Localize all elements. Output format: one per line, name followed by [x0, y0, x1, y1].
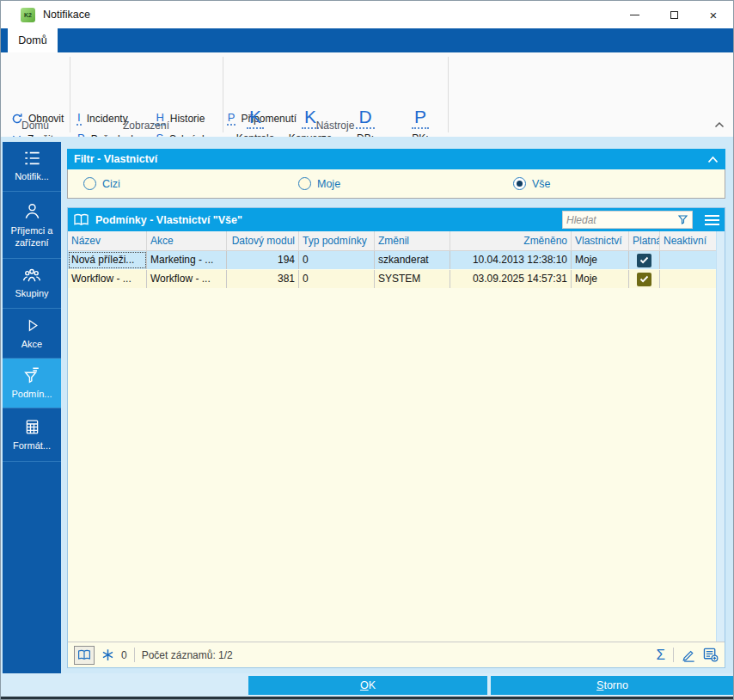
- sidebar-item-label: Akce: [20, 339, 44, 351]
- sidebar-item-label: Příjemci a zařízení: [3, 225, 61, 249]
- tab-home[interactable]: Domů: [8, 28, 58, 52]
- ribbon-group-labels: Domů Zobrazení Nástroje: [1, 120, 733, 135]
- column-header-zmenil[interactable]: Změnil: [375, 231, 450, 250]
- snowflake-filter-icon[interactable]: [101, 648, 114, 661]
- search-input[interactable]: [563, 214, 677, 226]
- title-bar: K2 Notifikace ×: [1, 1, 733, 28]
- book-icon: [77, 649, 91, 660]
- cancel-button-label: Storno: [491, 679, 734, 691]
- column-header-vlastnictvi[interactable]: Vlastnictví: [572, 231, 629, 250]
- cell-platna: [629, 270, 660, 288]
- dialog-footer: OK Storno: [1, 673, 733, 697]
- cell-vlastnictvi: Moje: [572, 270, 629, 288]
- cell-typ-podminky: 0: [299, 251, 375, 269]
- cell-zmeneno: 10.04.2013 12:38:10: [450, 251, 572, 269]
- close-button[interactable]: ×: [694, 1, 733, 28]
- cell-akce: Marketing - ...: [147, 251, 227, 269]
- sidebar-item-actions[interactable]: Akce: [3, 309, 61, 359]
- notifications-list-icon: [22, 150, 42, 167]
- radio-label: Cizi: [102, 178, 120, 190]
- ribbon-tab-band: Domů: [1, 28, 733, 52]
- sidebar-item-conditions[interactable]: Podmín...: [3, 359, 61, 408]
- sidebar-item-recipients[interactable]: Příjemci a zařízení: [3, 192, 61, 259]
- column-header-akce[interactable]: Akce: [147, 231, 227, 250]
- ok-button[interactable]: OK: [248, 676, 487, 695]
- conditions-panel-header: Podmínky - Vlastnictví "Vše": [68, 208, 725, 231]
- app-logo-icon: K2: [21, 8, 35, 22]
- sidebar-item-label: Formát...: [11, 440, 52, 452]
- column-header-typ-podminky[interactable]: Typ podmínky: [299, 231, 375, 250]
- window-controls: ×: [615, 1, 733, 28]
- play-icon: [23, 316, 41, 335]
- cell-platna: [629, 251, 660, 269]
- book-icon: [73, 213, 89, 226]
- sidebar-item-notifications[interactable]: Notifik...: [3, 142, 61, 192]
- radio-cizi[interactable]: Cizi: [83, 169, 120, 198]
- sidebar-item-label: Podmín...: [9, 389, 53, 401]
- status-right-tools: Σ: [656, 648, 719, 662]
- ok-button-label: OK: [248, 679, 487, 691]
- cell-neaktivni: [660, 251, 716, 269]
- table-row[interactable]: Nová příleži... Marketing - ... 194 0 sz…: [68, 251, 716, 269]
- cell-datovy-modul: 381: [227, 270, 299, 288]
- filter-panel-body: Cizi Moje Vše: [67, 169, 725, 199]
- cell-zmeneno: 03.09.2025 14:57:31: [450, 270, 572, 288]
- table-row[interactable]: Workflow - ... Workflow - ... 381 0 SYST…: [68, 270, 716, 288]
- conditions-panel-title: Podmínky - Vlastnictví "Vše": [95, 214, 242, 226]
- radio-circle-icon: [298, 177, 311, 190]
- group-label-views: Zobrazení: [70, 120, 223, 132]
- sidebar-item-formats[interactable]: Formát...: [3, 408, 61, 462]
- cell-datovy-modul: 194: [227, 251, 299, 269]
- column-header-zmeneno[interactable]: Změněno: [450, 231, 572, 250]
- group-label-home: Domů: [1, 120, 70, 132]
- radio-label: Vše: [532, 178, 551, 190]
- cell-neaktivni: [660, 270, 716, 288]
- close-icon: ×: [710, 9, 718, 21]
- grid-status-bar: 0 Počet záznamů: 1/2 Σ: [68, 642, 725, 667]
- status-separator: [134, 648, 135, 662]
- add-record-form-icon[interactable]: [703, 648, 719, 662]
- column-header-datovy-modul[interactable]: Datový modul: [227, 231, 299, 250]
- column-header-nazev[interactable]: Název: [68, 231, 147, 250]
- panel-menu-hamburger-icon[interactable]: [699, 208, 725, 231]
- radio-circle-icon: [83, 177, 96, 190]
- column-header-neaktivni[interactable]: Neaktivní: [660, 231, 716, 250]
- app-window: K2 Notifikace × Domů Obnovit: [0, 0, 734, 700]
- sidebar-item-label: Skupiny: [13, 288, 50, 300]
- table-header-row: Název Akce Datový modul Typ podmínky Změ…: [68, 231, 716, 251]
- filter-count: 0: [121, 649, 127, 661]
- radio-moje[interactable]: Moje: [298, 169, 340, 198]
- collapse-ribbon-button[interactable]: [714, 116, 725, 132]
- conditions-panel: Podmínky - Vlastnictví "Vše" Název Akce …: [67, 207, 725, 668]
- minimize-button[interactable]: [615, 1, 654, 28]
- edit-pencil-icon[interactable]: [682, 648, 695, 662]
- person-icon: [22, 201, 42, 221]
- cell-zmenil: szkanderat: [375, 251, 450, 269]
- people-group-icon: [21, 267, 42, 284]
- radio-circle-icon: [513, 177, 526, 190]
- group-label-tools: Nástroje: [223, 120, 448, 132]
- book-view-toggle-button[interactable]: [74, 646, 95, 665]
- radio-vse[interactable]: Vše: [513, 169, 551, 198]
- status-separator: [673, 648, 674, 662]
- search-box: [562, 211, 693, 229]
- cancel-button[interactable]: Storno: [491, 676, 734, 695]
- cell-nazev: Workflow - ...: [68, 270, 147, 288]
- filter-panel-title: Filtr - Vlastnictví: [74, 153, 157, 165]
- sidebar-item-label: Notifik...: [13, 171, 51, 183]
- sidebar-item-groups[interactable]: Skupiny: [3, 259, 61, 309]
- sum-sigma-icon[interactable]: Σ: [656, 648, 665, 662]
- collapse-filter-chevron-up-icon[interactable]: [707, 156, 719, 163]
- vertical-scrollbar[interactable]: [716, 231, 725, 642]
- sidebar: Notifik... Příjemci a zařízení Skupiny A…: [3, 142, 61, 673]
- checkbox-checked-icon[interactable]: [637, 254, 651, 267]
- checkbox-checked-icon[interactable]: [637, 273, 651, 286]
- window-bottom-edge: [1, 697, 733, 699]
- column-header-platna[interactable]: Platná: [629, 231, 660, 250]
- ribbon: Obnovit Zrušit I Incidenty P Požadavky H…: [1, 52, 733, 137]
- search-filter-funnel-icon[interactable]: [677, 214, 688, 225]
- cell-vlastnictvi: Moje: [572, 251, 629, 269]
- filter-panel-header: Filtr - Vlastnictví: [67, 149, 725, 169]
- maximize-icon: [670, 11, 678, 19]
- maximize-button[interactable]: [654, 1, 694, 28]
